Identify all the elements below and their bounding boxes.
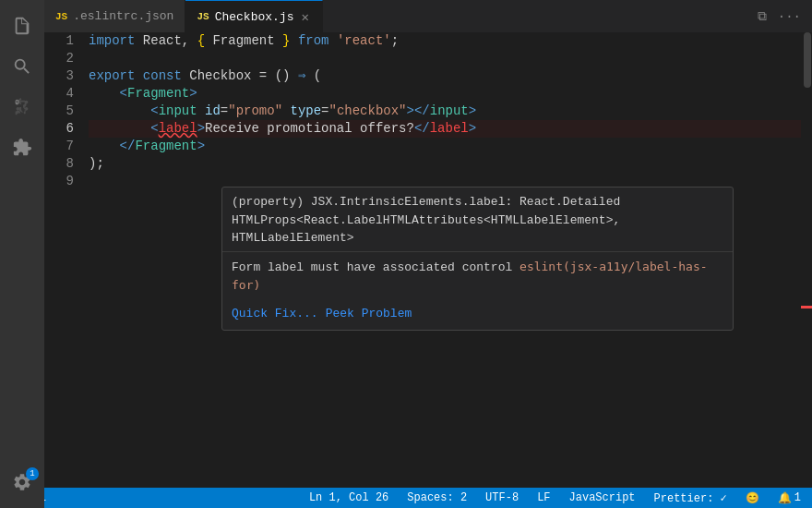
extensions-icon[interactable] [4, 129, 41, 166]
scrollbar-thumb[interactable] [804, 32, 811, 88]
eol-indicator[interactable]: LF [533, 488, 554, 508]
spaces-indicator[interactable]: Spaces: 2 [403, 488, 471, 508]
status-right: Ln 1, Col 26 Spaces: 2 UTF-8 LF JavaScri… [305, 488, 805, 508]
peek-problem-link[interactable]: Peek Problem [326, 305, 412, 322]
line-num-6: 6 [44, 120, 74, 138]
more-actions-icon[interactable]: ··· [774, 6, 805, 28]
tooltip-body: Form label must have associated control … [222, 252, 733, 303]
code-line-6: <label>Receive promotional offers?</labe… [89, 120, 801, 138]
explorer-icon[interactable] [4, 7, 41, 44]
tab-label-checkbox: Checkbox.js [215, 10, 294, 24]
settings-icon[interactable]: 1 [4, 464, 41, 501]
scrollbar[interactable] [801, 32, 812, 488]
line-num-5: 5 [44, 103, 74, 120]
code-line-2 [89, 50, 801, 67]
code-line-3: export const Checkbox = () ⇒ ( [89, 67, 801, 85]
notification-count: 1 [794, 491, 801, 504]
emoji-indicator[interactable]: 😊 [742, 488, 763, 508]
code-line-8: ); [89, 155, 801, 173]
line-numbers: 1 2 3 4 5 6 7 8 9 [44, 32, 81, 488]
tooltip-error-text: Form label must have associated control [232, 260, 512, 274]
code-editor[interactable]: import React, { Fragment } from 'react';… [81, 32, 801, 488]
line-num-1: 1 [44, 32, 74, 50]
line-num-4: 4 [44, 85, 74, 103]
tooltip-header-line1: (property) JSX.IntrinsicElements.label: … [232, 193, 723, 212]
formatter-text: Prettier: ✓ [654, 491, 727, 505]
source-control-icon[interactable] [4, 89, 41, 126]
code-line-1: import React, { Fragment } from 'react'; [89, 32, 801, 50]
tooltip-header: (property) JSX.IntrinsicElements.label: … [222, 187, 733, 252]
search-icon[interactable] [4, 48, 41, 85]
tab-eslintrc[interactable]: JS .eslintrc.json [44, 0, 185, 32]
cursor-position[interactable]: Ln 1, Col 26 [305, 488, 392, 508]
tooltip-header-line3: HTMLLabelElement> [232, 229, 723, 248]
split-editor-icon[interactable]: ⧉ [754, 6, 770, 28]
tooltip-popup: (property) JSX.IntrinsicElements.label: … [221, 187, 734, 331]
code-line-4: <Fragment> [89, 85, 801, 103]
tab-actions: ⧉ ··· [754, 0, 812, 32]
eol-text: LF [537, 491, 550, 504]
line-num-9: 9 [44, 173, 74, 190]
bell-icon: 🔔 [778, 491, 792, 505]
tab-icon-js: JS [197, 11, 209, 22]
scrollbar-error-mark [801, 306, 812, 308]
encoding-text: UTF-8 [485, 491, 519, 504]
activity-bar: 1 [0, 0, 44, 508]
line-num-7: 7 [44, 138, 74, 155]
tooltip-actions: Quick Fix... Peek Problem [222, 303, 733, 330]
tab-label-eslintrc: .eslintrc.json [73, 9, 173, 23]
language-text: JavaScript [569, 491, 636, 504]
language-indicator[interactable]: JavaScript [566, 488, 639, 508]
status-bar: ⊗ 1 ⚠ 1 Ln 1, Col 26 Spaces: 2 UTF-8 LF … [0, 488, 812, 508]
tab-checkbox[interactable]: JS Checkbox.js ✕ [185, 0, 322, 32]
spaces-text: Spaces: 2 [407, 491, 467, 504]
encoding-indicator[interactable]: UTF-8 [482, 488, 522, 508]
line-num-8: 8 [44, 155, 74, 173]
code-line-5: <input id="promo" type="checkbox"></inpu… [89, 103, 801, 120]
settings-badge: 1 [26, 467, 39, 480]
quick-fix-link[interactable]: Quick Fix... [232, 305, 318, 322]
line-num-2: 2 [44, 50, 74, 67]
tab-close-button[interactable]: ✕ [299, 8, 310, 26]
tooltip-header-line2: HTMLProps<React.LabelHTMLAttributes<HTML… [232, 212, 723, 230]
line-num-3: 3 [44, 67, 74, 85]
notification-indicator[interactable]: 🔔 1 [774, 488, 805, 508]
code-line-7: </Fragment> [89, 138, 801, 155]
cursor-text: Ln 1, Col 26 [309, 491, 388, 504]
emoji-icon: 😊 [746, 491, 759, 505]
editor-area[interactable]: 1 2 3 4 5 6 7 8 9 import React, { Fragme… [44, 32, 801, 488]
formatter-indicator[interactable]: Prettier: ✓ [651, 488, 731, 508]
tab-bar: JS .eslintrc.json JS Checkbox.js ✕ ⧉ ··· [44, 0, 812, 32]
tab-icon-json: JS [55, 11, 67, 22]
